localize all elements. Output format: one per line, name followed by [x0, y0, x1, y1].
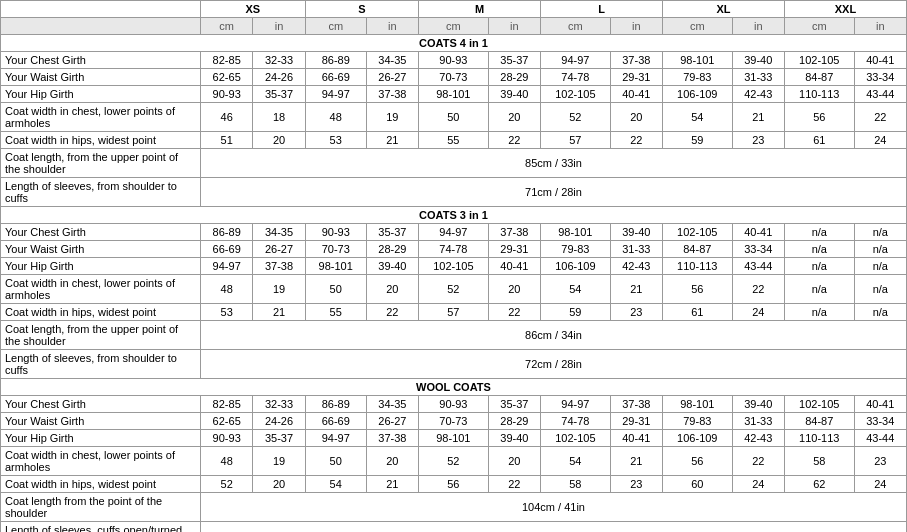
- cell-value: 57: [419, 304, 489, 321]
- cell-value: 54: [305, 476, 366, 493]
- row-label: Coat width in hips, widest point: [1, 476, 201, 493]
- size-header-row: XS S M L XL XXL: [1, 1, 907, 18]
- cell-value: 90-93: [201, 430, 253, 447]
- cell-value: 37-38: [366, 86, 418, 103]
- cell-value: 94-97: [305, 430, 366, 447]
- cell-value: 56: [784, 103, 854, 132]
- cell-value: 56: [419, 476, 489, 493]
- cell-value: 58: [784, 447, 854, 476]
- cell-value: 98-101: [541, 224, 611, 241]
- cell-value: 32-33: [253, 396, 305, 413]
- table-row: Length of sleeves, from shoulder to cuff…: [1, 350, 907, 379]
- cell-value: 48: [201, 447, 253, 476]
- cell-value: n/a: [784, 304, 854, 321]
- cell-value: 53: [201, 304, 253, 321]
- cell-value: 66-69: [305, 413, 366, 430]
- cell-value: 34-35: [253, 224, 305, 241]
- cell-value: 43-44: [732, 258, 784, 275]
- cell-value: 57: [541, 132, 611, 149]
- cell-value: 102-105: [419, 258, 489, 275]
- cell-value: 20: [253, 132, 305, 149]
- cell-value: 33-34: [854, 413, 906, 430]
- unit-xxl-cm: cm: [784, 18, 854, 35]
- row-label: Your Chest Girth: [1, 52, 201, 69]
- cell-value: 28-29: [488, 413, 540, 430]
- empty-unit: [1, 18, 201, 35]
- cell-value: 35-37: [366, 224, 418, 241]
- cell-value: 32-33: [253, 52, 305, 69]
- cell-value: 79-83: [663, 413, 733, 430]
- cell-value: 53: [305, 132, 366, 149]
- cell-value: 20: [488, 103, 540, 132]
- cell-value: 110-113: [784, 430, 854, 447]
- cell-value: 35-37: [253, 430, 305, 447]
- cell-value: 34-35: [366, 396, 418, 413]
- unit-xl-cm: cm: [663, 18, 733, 35]
- cell-value: 90-93: [305, 224, 366, 241]
- cell-value: 90-93: [419, 52, 489, 69]
- row-label: Your Waist Girth: [1, 413, 201, 430]
- cell-value: 22: [610, 132, 662, 149]
- cell-value: 22: [732, 447, 784, 476]
- cell-value: 98-101: [663, 396, 733, 413]
- cell-value: 84-87: [784, 69, 854, 86]
- size-xs: XS: [201, 1, 306, 18]
- row-label: Your Chest Girth: [1, 396, 201, 413]
- row-label: Coat length from the point of the should…: [1, 493, 201, 522]
- cell-value: n/a: [854, 241, 906, 258]
- row-label: Your Hip Girth: [1, 430, 201, 447]
- cell-value: 29-31: [610, 413, 662, 430]
- size-xxl: XXL: [784, 1, 906, 18]
- cell-value: 50: [305, 275, 366, 304]
- cell-value: 46: [201, 103, 253, 132]
- cell-value: 59: [541, 304, 611, 321]
- cell-value: 102-105: [541, 430, 611, 447]
- cell-value: 94-97: [305, 86, 366, 103]
- unit-xs-in: in: [253, 18, 305, 35]
- cell-value: 23: [732, 132, 784, 149]
- unit-xxl-in: in: [854, 18, 906, 35]
- cell-value: 29-31: [488, 241, 540, 258]
- cell-value: 94-97: [541, 52, 611, 69]
- cell-value: 24: [854, 476, 906, 493]
- cell-value: 34-35: [366, 52, 418, 69]
- cell-value: 22: [488, 304, 540, 321]
- cell-value: n/a: [784, 241, 854, 258]
- cell-value: 26-27: [253, 241, 305, 258]
- cell-value: 26-27: [366, 69, 418, 86]
- row-label: Length of sleeves, from shoulder to cuff…: [1, 178, 201, 207]
- row-label: Your Waist Girth: [1, 241, 201, 258]
- section-title-1: COATS 3 in 1: [1, 207, 907, 224]
- cell-value: 56: [663, 275, 733, 304]
- cell-value: 23: [854, 447, 906, 476]
- row-label: Length of sleeves, from shoulder to cuff…: [1, 350, 201, 379]
- row-label: Your Hip Girth: [1, 86, 201, 103]
- table-row: Your Waist Girth66-6926-2770-7328-2974-7…: [1, 241, 907, 258]
- cell-value: 20: [366, 447, 418, 476]
- cell-value: 22: [488, 476, 540, 493]
- cell-value: 40-41: [488, 258, 540, 275]
- table-row: Your Waist Girth62-6524-2666-6926-2770-7…: [1, 413, 907, 430]
- cell-value: 82-85: [201, 52, 253, 69]
- section-header-1: COATS 3 in 1: [1, 207, 907, 224]
- cell-value: 19: [253, 275, 305, 304]
- table-row: Coat length from the point of the should…: [1, 493, 907, 522]
- cell-value: n/a: [854, 258, 906, 275]
- cell-value: 42-43: [732, 430, 784, 447]
- cell-value: 98-101: [305, 258, 366, 275]
- cell-value: 94-97: [419, 224, 489, 241]
- cell-value: 21: [732, 103, 784, 132]
- table-row: Coat length, from the upper point of the…: [1, 149, 907, 178]
- cell-value: 84-87: [663, 241, 733, 258]
- span-value: 104cm / 41in: [201, 493, 907, 522]
- cell-value: 37-38: [610, 396, 662, 413]
- cell-value: 29-31: [610, 69, 662, 86]
- row-label: Coat width in hips, widest point: [1, 304, 201, 321]
- unit-s-cm: cm: [305, 18, 366, 35]
- cell-value: 52: [541, 103, 611, 132]
- cell-value: 39-40: [610, 224, 662, 241]
- cell-value: 22: [854, 103, 906, 132]
- cell-value: 86-89: [305, 52, 366, 69]
- cell-value: 24: [854, 132, 906, 149]
- cell-value: 74-78: [541, 69, 611, 86]
